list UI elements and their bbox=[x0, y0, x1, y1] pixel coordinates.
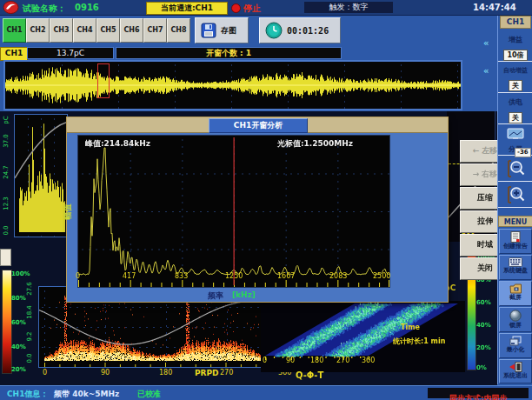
analysis-window-marker[interactable] bbox=[97, 63, 110, 98]
channel-button-ch7[interactable]: CH7 bbox=[143, 18, 167, 43]
system-exit-button[interactable]: 系统退出 bbox=[499, 359, 532, 383]
spec-xtick-0: 0 bbox=[76, 272, 80, 280]
exit-icon bbox=[509, 362, 522, 372]
qpt-xtick-360: 360 bbox=[362, 357, 375, 364]
floppy-disk-icon bbox=[201, 23, 216, 38]
create-report-label: 创建报告 bbox=[503, 243, 528, 250]
current-channel-chip[interactable]: 当前通道:CH1 bbox=[146, 2, 228, 15]
prpd-cb-20: 20% bbox=[11, 366, 26, 373]
channel-button-ch5[interactable]: CH5 bbox=[96, 18, 120, 43]
qpt-cb-20: 20% bbox=[476, 344, 491, 351]
zoom-in-button[interactable] bbox=[498, 182, 532, 208]
power-group: 供电 关 bbox=[498, 93, 532, 124]
prpd-ytick-27: 27.6 bbox=[26, 282, 33, 296]
auto-gain-value[interactable]: 关 bbox=[509, 80, 522, 91]
dialog-titlebar[interactable]: CH1开窗分析 bbox=[67, 117, 448, 133]
channel-sidebar: CH1 增益 10倍 自动增益 关 供电 关 分屏 -36 bbox=[497, 16, 532, 384]
qpt-duration-label: 统计时长:1 min bbox=[393, 337, 445, 346]
spec-xtick-2500: 2500 bbox=[373, 272, 390, 280]
report-icon bbox=[510, 231, 522, 243]
system-keyboard-label: 系统键盘 bbox=[503, 267, 528, 274]
sphere-icon bbox=[509, 310, 522, 322]
amp-ytick-24: 24.7 bbox=[3, 165, 10, 179]
amplitude-plot-canvas[interactable] bbox=[15, 115, 67, 237]
keyboard-icon bbox=[509, 257, 522, 267]
info-bar: CH1 13.7pC 开窗个数 : 1 bbox=[0, 47, 532, 60]
bandwidth-value: 频带 40k~5MHz bbox=[54, 389, 119, 400]
spec-xtick-833: 833 bbox=[175, 272, 188, 280]
auto-gain-group: 自动增益 关 bbox=[498, 62, 532, 93]
collapse-autogain-glyph[interactable]: « bbox=[483, 66, 489, 76]
test-name-value: 0916 bbox=[75, 3, 99, 12]
trigger-mode[interactable]: 触发：数字 bbox=[304, 2, 393, 13]
zoom-out-button[interactable] bbox=[498, 156, 532, 182]
peak-readout: 峰值:214.84kHz bbox=[85, 138, 150, 150]
screenshot-label: 截屏 bbox=[509, 294, 522, 301]
channel-button-ch8[interactable]: CH8 bbox=[167, 18, 190, 43]
qpt-time-label: Time bbox=[401, 323, 420, 331]
prpd-cb-40: 40% bbox=[11, 343, 26, 350]
spectrum-canvas[interactable] bbox=[78, 136, 389, 287]
monitor-icon bbox=[507, 128, 524, 141]
amp-axis-unit: pC bbox=[3, 116, 10, 123]
status-bar: CH1信息： 频带 40k~5MHz 已校准 同步方式:内同步 bbox=[0, 385, 532, 400]
qpt-axis-label: Q-Φ-T bbox=[296, 370, 323, 380]
spectrum-y-axis-label: 幅值 bbox=[63, 204, 74, 220]
gain-value[interactable]: 10倍 bbox=[503, 50, 527, 61]
brand-logo-icon bbox=[3, 1, 19, 14]
channel-button-ch3[interactable]: CH3 bbox=[50, 18, 73, 43]
prpd-ytick-0: 0.0 bbox=[26, 353, 33, 363]
amp-ytick-37: 37.0 bbox=[3, 134, 10, 148]
channel-button-ch2[interactable]: CH2 bbox=[26, 18, 50, 43]
charge-readout: 13.7pC bbox=[27, 47, 114, 59]
test-name-label: 试验名称： bbox=[23, 3, 66, 15]
save-image-label: 存图 bbox=[221, 25, 236, 37]
spectrum-x-axis-unit: [kHz] bbox=[232, 290, 256, 299]
sidebar-channel-tab[interactable]: CH1 bbox=[500, 16, 531, 29]
qpt-xtick-270: 270 bbox=[336, 357, 349, 364]
sync-mode-box: 同步方式:内同步 bbox=[428, 388, 529, 398]
create-report-button[interactable]: 创建报告 bbox=[499, 229, 532, 254]
screenshot-button[interactable]: 截屏 bbox=[499, 281, 532, 306]
minimize-button[interactable]: 最小化 bbox=[499, 333, 532, 358]
qpt-xtick-90: 90 bbox=[286, 357, 295, 364]
prpd-cb-60: 60% bbox=[11, 319, 26, 326]
power-label: 供电 bbox=[498, 97, 532, 107]
calibrated-badge: 已校准 bbox=[137, 389, 161, 400]
prpd-xtick-270: 270 bbox=[220, 369, 233, 377]
spec-xtick-2083: 2083 bbox=[329, 272, 347, 280]
stop-indicator-icon bbox=[231, 3, 241, 13]
prpd-xtick-180: 180 bbox=[159, 369, 172, 377]
legend-chip bbox=[0, 249, 11, 266]
zoom-out-icon bbox=[505, 158, 526, 179]
cursor-readout: 光标值:1.2500MHz bbox=[277, 138, 353, 150]
dialog-title: CH1开窗分析 bbox=[209, 118, 308, 133]
channel-button-ch4[interactable]: CH4 bbox=[73, 18, 96, 43]
channel-button-ch1[interactable]: CH1 bbox=[3, 18, 26, 43]
sync-mode-value: 同步方式:内同步 bbox=[449, 394, 508, 400]
timer-clock-icon bbox=[265, 22, 283, 39]
prpd-ytick-18: 18.4 bbox=[26, 305, 33, 319]
top-bar: 试验名称： 0916 当前通道:CH1 停止 触发：数字 14:47:44 bbox=[0, 0, 532, 16]
menu-header: MENU bbox=[498, 216, 532, 227]
power-value[interactable]: 关 bbox=[509, 112, 522, 123]
amplitude-plot-panel bbox=[14, 114, 68, 237]
lock-screen-button[interactable]: 锁屏 bbox=[499, 307, 532, 332]
save-image-button[interactable]: 存图 bbox=[195, 17, 249, 43]
channel-button-ch6[interactable]: CH6 bbox=[120, 18, 143, 43]
qpt-xtick-0: 0 bbox=[263, 357, 267, 364]
prpd-xtick-90: 90 bbox=[101, 369, 110, 377]
waveform-panel bbox=[3, 60, 462, 110]
spec-xtick-1250: 1250 bbox=[225, 272, 243, 280]
elapsed-time-value: 00:01:26 bbox=[287, 26, 329, 36]
qpt-cb-0: 0% bbox=[476, 364, 487, 371]
gain-label: 增益 bbox=[498, 35, 532, 44]
waveform-canvas[interactable] bbox=[5, 62, 461, 109]
stop-label[interactable]: 停止 bbox=[243, 3, 261, 15]
collapse-gain-glyph[interactable]: « bbox=[483, 38, 489, 48]
system-exit-label: 系统退出 bbox=[503, 372, 528, 379]
system-keyboard-button[interactable]: 系统键盘 bbox=[499, 255, 532, 280]
pd-analyzer-app: 试验名称： 0916 当前通道:CH1 停止 触发：数字 14:47:44 CH… bbox=[0, 0, 532, 400]
screenshot-icon bbox=[509, 283, 522, 294]
spec-xtick-1667: 1667 bbox=[277, 272, 295, 280]
